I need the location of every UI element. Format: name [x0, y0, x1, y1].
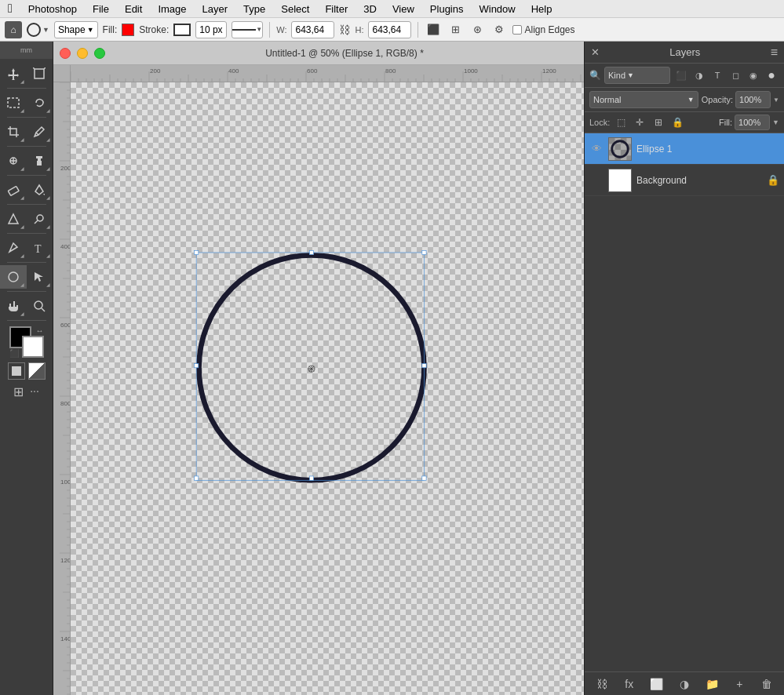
tool-row-3: ◢ ◢: [0, 120, 53, 144]
adjustment-filter-icon[interactable]: ◑: [691, 67, 707, 83]
create-group-icon[interactable]: 📁: [703, 675, 720, 693]
paint-bucket-tool[interactable]: ◢: [27, 178, 53, 202]
menu-file[interactable]: File: [85, 3, 117, 15]
delete-layer-icon[interactable]: 🗑: [758, 675, 775, 693]
menu-3d[interactable]: 3D: [356, 3, 385, 15]
menu-photoshop[interactable]: Photoshop: [20, 3, 85, 15]
maximize-button[interactable]: [94, 48, 105, 59]
crop-tool[interactable]: ◢: [0, 120, 27, 144]
opacity-input[interactable]: 100%: [735, 91, 771, 108]
hand-tool[interactable]: ◢: [0, 294, 27, 318]
layers-panel-close[interactable]: ✕: [591, 46, 600, 58]
menu-view[interactable]: View: [385, 3, 422, 15]
handle-tl[interactable]: [194, 250, 198, 254]
menu-plugins[interactable]: Plugins: [422, 3, 472, 15]
menu-select[interactable]: Select: [273, 3, 317, 15]
apple-menu[interactable]: : [0, 2, 20, 16]
type-filter-icon[interactable]: T: [709, 67, 725, 83]
menu-type[interactable]: Type: [235, 3, 273, 15]
shape-filter-icon[interactable]: ◻: [727, 67, 743, 83]
more-tools-icon[interactable]: ···: [30, 384, 39, 399]
blend-mode-dropdown[interactable]: Normal ▼: [589, 91, 698, 108]
menu-filter[interactable]: Filter: [317, 3, 356, 15]
transform-icon[interactable]: ⊞: [447, 21, 464, 38]
quick-mask-mode[interactable]: [28, 362, 46, 380]
filter-toggle[interactable]: ●: [764, 67, 779, 83]
handle-bl[interactable]: [194, 476, 198, 480]
layers-panel-menu[interactable]: ≡: [771, 45, 778, 60]
close-button[interactable]: [60, 48, 71, 59]
handle-ml[interactable]: [194, 363, 198, 367]
link-wh-icon[interactable]: ⛓: [339, 24, 350, 36]
height-input[interactable]: 643,64: [368, 21, 411, 38]
shape-tool[interactable]: ◢: [0, 265, 27, 289]
align-edges-checkbox[interactable]: [512, 25, 522, 35]
handle-tc[interactable]: [309, 250, 313, 254]
warp-icon[interactable]: ⊛: [469, 21, 486, 38]
smartobject-filter-icon[interactable]: ◉: [746, 67, 761, 83]
stroke-width-input[interactable]: 10 px: [195, 21, 227, 38]
handle-br[interactable]: [422, 476, 426, 480]
lock-pixels-icon[interactable]: ⬚: [613, 115, 629, 130]
stamp-tool[interactable]: ◢: [27, 149, 53, 173]
add-mask-icon[interactable]: ⬜: [648, 675, 665, 693]
eyedropper-tool[interactable]: ◢: [27, 120, 53, 144]
reset-colors-icon[interactable]: ⬛: [9, 349, 19, 358]
handle-mr[interactable]: [422, 363, 426, 367]
fill-color-swatch[interactable]: [122, 24, 134, 36]
direct-selection-tool[interactable]: ◢: [27, 265, 53, 289]
menu-window[interactable]: Window: [471, 3, 523, 15]
stroke-color-swatch[interactable]: [173, 24, 191, 36]
lasso-tool[interactable]: ◢: [27, 91, 53, 115]
canvas-svg[interactable]: [71, 82, 584, 695]
layer-visibility-background[interactable]: [589, 173, 603, 187]
filter-kind-dropdown[interactable]: Kind ▼: [604, 67, 670, 84]
menu-edit[interactable]: Edit: [117, 3, 150, 15]
lock-position-icon[interactable]: ✛: [632, 115, 647, 130]
align-icon[interactable]: ⬛: [425, 21, 442, 38]
link-layers-icon[interactable]: ⛓: [593, 675, 611, 693]
settings-icon[interactable]: ⚙: [490, 21, 508, 38]
layer-item-ellipse1[interactable]: 👁 Ellips: [585, 133, 784, 165]
handle-bc[interactable]: [309, 476, 313, 480]
artboard-tool[interactable]: [27, 62, 53, 86]
swap-colors-icon[interactable]: ↔: [36, 326, 44, 335]
create-layer-icon[interactable]: +: [731, 675, 748, 693]
lock-all-icon[interactable]: 🔒: [669, 115, 685, 130]
menu-help[interactable]: Help: [523, 3, 560, 15]
standard-mode[interactable]: [8, 362, 25, 380]
width-input[interactable]: 643,64: [291, 21, 334, 38]
home-button[interactable]: ⌂: [5, 21, 22, 38]
svg-line-2: [33, 67, 35, 69]
divider-2: [418, 22, 418, 38]
zoom-tool[interactable]: [27, 294, 53, 318]
stroke-style-dropdown[interactable]: ▼: [232, 21, 263, 38]
move-tool[interactable]: ◢: [0, 62, 27, 86]
pen-tool[interactable]: ◢: [0, 236, 27, 260]
healing-brush-tool[interactable]: ◢: [0, 149, 27, 173]
text-tool[interactable]: T ◢: [27, 236, 53, 260]
layers-panel-title: Layers: [669, 46, 700, 58]
menu-layer[interactable]: Layer: [195, 3, 236, 15]
layer-item-background[interactable]: Background 🔒: [585, 165, 784, 196]
fill-input[interactable]: 100%: [735, 115, 770, 130]
add-adjustment-icon[interactable]: ◑: [676, 675, 693, 693]
marquee-rect-tool[interactable]: ◢: [0, 91, 27, 115]
blur-tool[interactable]: ◢: [0, 207, 27, 231]
shape-mode-dropdown[interactable]: Shape ▼: [54, 21, 98, 38]
layer-visibility-ellipse1[interactable]: 👁: [589, 142, 603, 156]
menu-image[interactable]: Image: [150, 3, 194, 15]
lock-artboard-icon[interactable]: ⊞: [651, 115, 666, 130]
background-color[interactable]: [22, 336, 44, 358]
svg-text:1200: 1200: [60, 557, 71, 564]
minimize-button[interactable]: [77, 48, 88, 59]
svg-text:800: 800: [385, 67, 396, 75]
dodge-tool[interactable]: ◢: [27, 207, 53, 231]
handle-tr[interactable]: [422, 250, 426, 254]
add-style-icon[interactable]: fx: [621, 675, 638, 693]
canvas[interactable]: [71, 82, 584, 695]
pixel-filter-icon[interactable]: ⬛: [673, 67, 689, 83]
eraser-tool[interactable]: ◢: [0, 178, 27, 202]
layers-blend-bar: Normal ▼ Opacity: 100% ▼: [585, 88, 784, 112]
screen-mode-icon[interactable]: ⊞: [13, 384, 24, 399]
